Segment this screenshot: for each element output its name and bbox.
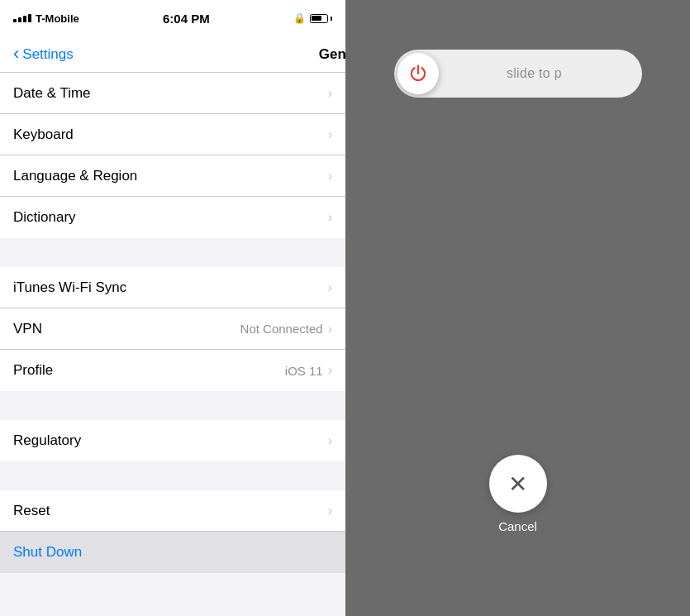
row-right: › xyxy=(328,127,332,142)
lock-icon: 🔒 xyxy=(293,12,306,24)
settings-panel: T-Mobile 6:04 PM 🔒 ‹ Settings General Da… xyxy=(0,0,345,616)
cancel-container: ✕ Cancel xyxy=(489,455,547,533)
cancel-x-icon: ✕ xyxy=(508,470,527,498)
settings-section-4: Reset › Shut Down xyxy=(0,490,345,573)
status-bar: T-Mobile 6:04 PM 🔒 xyxy=(0,0,345,36)
profile-value: iOS 11 xyxy=(285,364,323,378)
chevron-right-icon: › xyxy=(328,363,332,378)
chevron-right-icon: › xyxy=(328,127,332,142)
row-right: › xyxy=(328,169,332,184)
settings-row-language-region[interactable]: Language & Region › xyxy=(0,155,345,197)
row-label: Keyboard xyxy=(13,127,74,143)
section-divider-3 xyxy=(0,461,345,490)
cancel-button[interactable]: ✕ xyxy=(489,455,547,513)
row-label: Language & Region xyxy=(13,168,137,184)
chevron-right-icon: › xyxy=(328,433,332,448)
row-label: Dictionary xyxy=(13,209,76,226)
section-divider-2 xyxy=(0,391,345,420)
battery-icon xyxy=(310,14,332,23)
row-label: Date & Time xyxy=(13,85,91,102)
settings-row-vpn[interactable]: VPN Not Connected › xyxy=(0,308,345,350)
vpn-value: Not Connected xyxy=(240,322,323,336)
page-title: General xyxy=(319,46,345,63)
chevron-right-icon: › xyxy=(328,322,332,337)
row-label: Shut Down xyxy=(13,544,82,561)
settings-row-profile[interactable]: Profile iOS 11 › xyxy=(0,350,345,391)
row-right: › xyxy=(328,86,332,101)
status-left: T-Mobile xyxy=(13,12,79,25)
back-chevron-icon: ‹ xyxy=(13,45,19,63)
chevron-right-icon: › xyxy=(328,210,332,225)
row-label: Regulatory xyxy=(13,432,81,449)
carrier-label: T-Mobile xyxy=(36,12,79,25)
power-overlay-panel: slide to p ✕ Cancel xyxy=(345,0,690,616)
settings-row-shutdown[interactable]: Shut Down xyxy=(0,532,345,573)
row-label: Reset xyxy=(13,503,50,519)
settings-section-1: Date & Time › Keyboard › Language & Regi… xyxy=(0,73,345,238)
settings-section-3: Regulatory › xyxy=(0,420,345,461)
row-label: Profile xyxy=(13,362,53,379)
slide-text: slide to p xyxy=(439,66,639,81)
power-icon xyxy=(407,63,429,84)
row-label: VPN xyxy=(13,321,42,337)
section-divider-1 xyxy=(0,238,345,267)
back-button[interactable]: ‹ Settings xyxy=(13,46,74,63)
time-label: 6:04 PM xyxy=(163,12,210,26)
row-right: › xyxy=(328,504,332,518)
settings-content: Date & Time › Keyboard › Language & Regi… xyxy=(0,73,345,616)
settings-section-2: iTunes Wi-Fi Sync › VPN Not Connected › … xyxy=(0,267,345,391)
chevron-right-icon: › xyxy=(328,169,332,184)
back-label: Settings xyxy=(22,46,73,63)
chevron-right-icon: › xyxy=(328,504,332,518)
slide-to-power-container[interactable]: slide to p xyxy=(394,50,642,98)
settings-row-date-time[interactable]: Date & Time › xyxy=(0,73,345,114)
slide-knob xyxy=(397,53,439,94)
settings-row-regulatory[interactable]: Regulatory › xyxy=(0,420,345,461)
row-right: iOS 11 › xyxy=(285,363,332,378)
row-right: Not Connected › xyxy=(240,322,332,337)
settings-row-keyboard[interactable]: Keyboard › xyxy=(0,114,345,155)
signal-bars-icon xyxy=(13,14,31,22)
cancel-label: Cancel xyxy=(498,519,537,533)
chevron-right-icon: › xyxy=(328,86,332,101)
settings-row-dictionary[interactable]: Dictionary › xyxy=(0,197,345,238)
chevron-right-icon: › xyxy=(328,280,332,295)
row-right: › xyxy=(328,280,332,295)
row-label: iTunes Wi-Fi Sync xyxy=(13,279,126,296)
row-right: › xyxy=(328,210,332,225)
row-right: › xyxy=(328,433,332,448)
nav-bar: ‹ Settings General xyxy=(0,36,345,73)
settings-row-itunes-wifi[interactable]: iTunes Wi-Fi Sync › xyxy=(0,267,345,308)
settings-row-reset[interactable]: Reset › xyxy=(0,490,345,532)
status-right: 🔒 xyxy=(293,12,332,24)
